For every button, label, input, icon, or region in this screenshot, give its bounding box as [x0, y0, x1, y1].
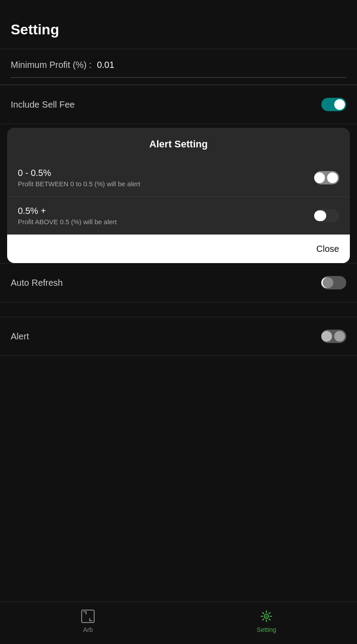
include-sell-fee-slider [321, 98, 346, 111]
auto-refresh-row: Auto Refresh [0, 263, 357, 302]
include-sell-fee-row: Include Sell Fee [0, 85, 357, 124]
alert-range-slider-2 [314, 209, 339, 222]
alert-label: Alert [11, 331, 29, 342]
alert-range-info-1: 0 - 0.5% Profit BETWEEN 0 to 0.5 (%) wil… [18, 168, 140, 188]
svg-line-8 [269, 619, 270, 620]
alert-range-row-2: 0.5% + Profit ABOVE 0.5 (%) will be aler… [7, 197, 350, 234]
nav-label-setting: Setting [257, 626, 276, 633]
svg-line-7 [263, 613, 264, 614]
alert-range-label-1: 0 - 0.5% [18, 168, 140, 178]
close-button[interactable]: Close [316, 244, 339, 254]
svg-line-10 [263, 619, 264, 620]
alert-row: Alert [0, 317, 357, 356]
alert-toggle[interactable] [321, 330, 346, 343]
alert-slider [321, 330, 346, 343]
gear-icon [259, 609, 274, 623]
nav-item-arb[interactable]: Arb [81, 609, 95, 633]
arb-icon [81, 609, 95, 623]
modal-close-bar: Close [7, 234, 350, 263]
spacer1 [0, 78, 357, 85]
svg-line-9 [269, 613, 270, 614]
alert-range-slider-1 [314, 171, 339, 184]
minimum-profit-value: 0.01 [97, 60, 114, 70]
header: Setting [0, 0, 357, 49]
alert-setting-modal: Alert Setting 0 - 0.5% Profit BETWEEN 0 … [7, 128, 350, 263]
spacer2 [0, 302, 357, 317]
alert-range-toggle-2[interactable] [314, 209, 339, 222]
alert-range-row-1: 0 - 0.5% Profit BETWEEN 0 to 0.5 (%) wil… [7, 159, 350, 197]
svg-point-2 [266, 616, 267, 617]
include-sell-fee-toggle[interactable] [321, 98, 346, 111]
nav-label-arb: Arb [83, 626, 93, 633]
alert-setting-title: Alert Setting [7, 128, 350, 159]
include-sell-fee-label: Include Sell Fee [11, 100, 75, 110]
auto-refresh-toggle[interactable] [321, 276, 346, 289]
alert-range-desc-2: Profit ABOVE 0.5 (%) will be alert [18, 218, 117, 226]
alert-range-info-2: 0.5% + Profit ABOVE 0.5 (%) will be aler… [18, 206, 117, 226]
bottom-spacer [0, 356, 357, 396]
minimum-profit-label: Minimum Profit (%) : [11, 60, 91, 70]
minimum-profit-row: Minimum Profit (%) : 0.01 [0, 49, 357, 78]
auto-refresh-label: Auto Refresh [11, 278, 63, 288]
alert-range-toggle-1[interactable] [314, 171, 339, 184]
alert-range-desc-1: Profit BETWEEN 0 to 0.5 (%) will be aler… [18, 180, 140, 188]
bottom-nav: Arb Setting [0, 602, 357, 644]
page-container: Setting Minimum Profit (%) : 0.01 Includ… [0, 0, 357, 644]
page-title: Setting [11, 21, 346, 38]
alert-range-label-2: 0.5% + [18, 206, 117, 216]
nav-item-setting[interactable]: Setting [257, 609, 276, 633]
auto-refresh-slider [321, 276, 346, 289]
profit-label-value: Minimum Profit (%) : 0.01 [11, 60, 346, 70]
